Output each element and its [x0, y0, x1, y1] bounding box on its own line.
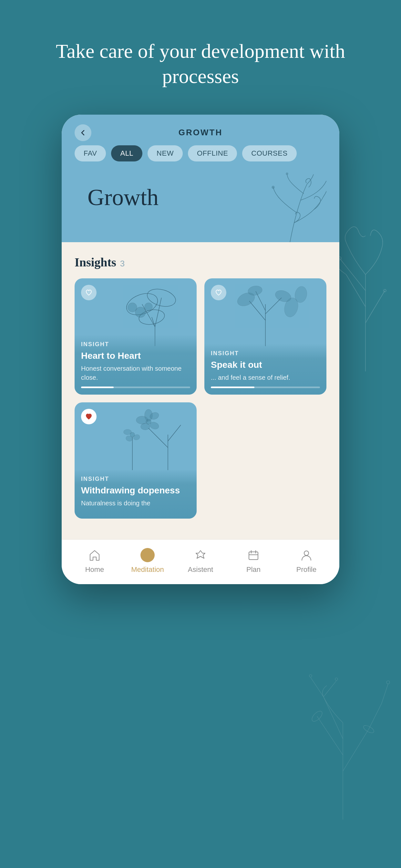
svg-line-34 [249, 301, 266, 320]
svg-line-9 [343, 729, 369, 771]
card-1-title: Heart to Heart [81, 350, 190, 361]
card-3-favorite[interactable] [81, 409, 96, 424]
card-withdrawing-dopeness[interactable]: INSIGHT Withdrawing dopeness Naturalness… [74, 402, 197, 519]
heart-filled-icon [85, 413, 92, 420]
filter-pills: FAV ALL NEW OFFLINE COURSES [74, 145, 327, 171]
phone-mockup: GROWTH FAV ALL NEW OFFLINE COURSES Growt… [62, 115, 339, 584]
svg-point-48 [141, 423, 150, 430]
card-2-favorite[interactable] [211, 285, 226, 300]
card-2-title: Speak it out [211, 360, 320, 370]
tab-meditation[interactable]: Meditation [128, 547, 167, 574]
svg-point-47 [136, 416, 148, 424]
profile-icon [299, 547, 314, 563]
svg-point-17 [387, 681, 390, 684]
insights-count: 3 [120, 259, 125, 269]
insights-title: Insights [74, 255, 116, 269]
back-icon [80, 129, 87, 136]
svg-rect-56 [249, 552, 258, 560]
card-2-progress [211, 386, 320, 388]
svg-line-44 [168, 425, 181, 441]
insights-header: Insights 3 [74, 255, 327, 269]
card-3-desc: Naturalness is doing the [81, 499, 190, 507]
tab-asistent-label: Asistent [188, 565, 213, 574]
svg-point-60 [304, 551, 309, 555]
plan-icon [246, 547, 261, 563]
back-button[interactable] [74, 124, 91, 141]
svg-line-3 [340, 258, 366, 290]
nav-title: GROWTH [179, 128, 222, 137]
cards-grid: INSIGHT Heart to Heart Honest conversati… [74, 278, 327, 519]
svg-line-12 [323, 681, 336, 697]
card-1-progress-fill [81, 386, 114, 388]
card-speak-it-out[interactable]: INSIGHT Speak it out ... and feel a sens… [204, 278, 327, 395]
filter-new[interactable]: NEW [148, 145, 183, 161]
card-2-progress-fill [211, 386, 254, 388]
svg-line-35 [266, 298, 281, 314]
card-2-content: INSIGHT Speak it out ... and feel a sens… [204, 344, 327, 395]
svg-line-2 [366, 290, 385, 323]
tab-profile-label: Profile [297, 565, 316, 574]
svg-line-16 [382, 684, 388, 703]
card-3-content: INSIGHT Withdrawing dopeness Naturalness… [74, 469, 197, 519]
app-nav: GROWTH [74, 128, 327, 145]
hero-title: Take care of your development with proce… [0, 39, 401, 89]
svg-point-31 [135, 307, 146, 317]
tab-plan[interactable]: Plan [234, 547, 273, 574]
svg-point-14 [335, 678, 338, 680]
asistent-icon [193, 547, 208, 563]
tab-home[interactable]: Home [75, 547, 114, 574]
home-icon [87, 547, 102, 563]
tab-asistent[interactable]: Asistent [181, 547, 220, 574]
svg-point-32 [145, 303, 152, 311]
card-1-progress [81, 386, 190, 388]
meditation-icon [140, 547, 155, 563]
svg-point-22 [286, 173, 288, 175]
tab-bar: Home Meditation Asistent [62, 539, 339, 584]
card-1-tag: INSIGHT [81, 341, 190, 348]
card-1-desc: Honest conversation with someone close. [81, 364, 190, 382]
tab-profile[interactable]: Profile [287, 547, 326, 574]
svg-line-8 [317, 716, 343, 755]
tab-plan-label: Plan [246, 565, 260, 574]
tab-home-label: Home [85, 565, 104, 574]
svg-line-10 [323, 697, 343, 739]
filter-offline[interactable]: OFFLINE [188, 145, 237, 161]
svg-line-11 [311, 678, 323, 697]
svg-line-43 [149, 428, 168, 447]
app-content: Insights 3 [62, 242, 339, 539]
card-3-tag: INSIGHT [81, 476, 190, 483]
card-heart-to-heart[interactable]: INSIGHT Heart to Heart Honest conversati… [74, 278, 197, 395]
svg-point-52 [124, 430, 131, 435]
hero-section: Growth [74, 171, 327, 242]
card-3-title: Withdrawing dopeness [81, 485, 190, 496]
filter-fav[interactable]: FAV [74, 145, 106, 161]
svg-line-15 [369, 703, 382, 729]
svg-line-1 [346, 275, 366, 307]
card-2-desc: ... and feel a sense of relief. [211, 373, 320, 382]
card-2-tag: INSIGHT [211, 350, 320, 357]
card-1-content: INSIGHT Heart to Heart Honest conversati… [74, 335, 197, 395]
bg-botanical-bottom [291, 626, 395, 819]
card-1-favorite[interactable] [81, 285, 96, 300]
tab-meditation-label: Meditation [131, 565, 164, 574]
filter-all[interactable]: ALL [111, 145, 143, 161]
svg-point-13 [309, 675, 312, 677]
app-header: GROWTH FAV ALL NEW OFFLINE COURSES Growt… [62, 115, 339, 242]
section-growth-title: Growth [88, 184, 313, 211]
heart-icon-2 [215, 289, 222, 296]
filter-courses[interactable]: COURSES [242, 145, 297, 161]
heart-icon [85, 289, 92, 296]
